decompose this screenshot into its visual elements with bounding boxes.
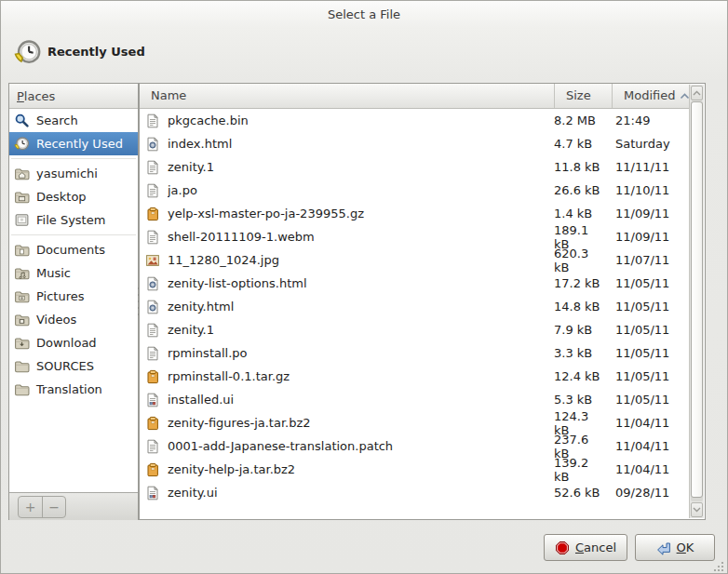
vertical-scrollbar[interactable] (689, 85, 704, 518)
place-item-search[interactable]: Search (9, 109, 138, 132)
file-size: 8.2 MB (546, 113, 604, 127)
places-header-label: Places (17, 89, 55, 103)
file-row[interactable]: 0001-add-Japanese-translation.patch237.6… (140, 434, 691, 458)
file-row[interactable]: zenity-list-options.html17.2 kB11/05/11 (140, 272, 691, 295)
file-name: 11_1280_1024.jpg (168, 253, 546, 267)
add-bookmark-button[interactable]: + (19, 497, 42, 517)
place-item-music[interactable]: Music (9, 261, 138, 285)
desktop-icon (14, 189, 30, 205)
file-modified: 09/28/11 (604, 486, 669, 500)
file-modified: 11/05/11 (604, 300, 669, 314)
file-row[interactable]: zenity.ui52.6 kB09/28/11 (140, 481, 691, 504)
file-modified: Saturday (604, 137, 670, 151)
folder-download-icon (14, 335, 30, 351)
html-file-icon (145, 276, 160, 291)
file-size: 26.6 kB (546, 183, 604, 197)
file-modified: 11/04/11 (604, 439, 669, 453)
cancel-button[interactable]: Cancel (544, 534, 627, 561)
place-item-translation[interactable]: Translation (9, 378, 138, 401)
column-header-modified[interactable]: Modified (612, 84, 691, 108)
location-header: Recently Used (1, 29, 727, 83)
scrollbar-thumb[interactable] (691, 101, 703, 498)
place-item-download[interactable]: Download (9, 331, 138, 354)
place-item-yasumichi[interactable]: yasumichi (9, 162, 138, 185)
ok-button[interactable]: OK (635, 534, 715, 561)
column-header-size[interactable]: Size (554, 84, 612, 108)
column-header-name[interactable]: Name (140, 84, 554, 108)
place-item-videos[interactable]: Videos (9, 308, 138, 331)
place-item-label: yasumichi (36, 167, 98, 180)
file-row[interactable]: zenity.111.8 kB11/11/11 (140, 155, 691, 179)
folder-documents-icon (14, 242, 30, 258)
file-name: zenity.1 (168, 323, 546, 337)
place-item-file-system[interactable]: File System (9, 208, 138, 232)
file-size: 620.3 kB (546, 247, 604, 274)
file-name: zenity.html (168, 300, 546, 314)
text-file-icon (145, 160, 160, 175)
folder-music-icon (14, 265, 30, 281)
folder-icon (14, 358, 30, 374)
archive-file-icon (145, 416, 160, 431)
file-size: 52.6 kB (546, 486, 604, 500)
file-row[interactable]: pkgcache.bin8.2 MB21:49 (140, 109, 691, 132)
place-item-label: Documents (36, 243, 105, 257)
file-chooser-dialog: Select a File Recently Used Places Searc… (0, 0, 728, 574)
file-row[interactable]: rpminstall.po3.3 kB11/05/11 (140, 341, 691, 365)
file-row[interactable]: shell-20111109-1.webm189.1 kB11/09/11 (140, 225, 691, 248)
file-modified: 11/11/11 (604, 160, 669, 174)
file-size: 139.2 kB (546, 456, 604, 484)
text-file-icon (145, 323, 160, 338)
file-row[interactable]: 11_1280_1024.jpg620.3 kB11/07/11 (140, 248, 691, 272)
file-size: 12.4 kB (546, 369, 604, 383)
file-name: installed.ui (168, 393, 546, 407)
text-file-icon (145, 439, 160, 454)
places-separator (9, 232, 138, 238)
place-item-label: Pictures (36, 289, 84, 303)
file-row[interactable]: zenity.17.9 kB11/05/11 (140, 318, 691, 341)
file-name: zenity-figures-ja.tar.bz2 (168, 416, 546, 430)
file-name: ja.po (168, 183, 546, 197)
place-item-label: Desktop (36, 190, 87, 204)
place-item-sources[interactable]: SOURCES (9, 354, 138, 378)
file-name: zenity-list-options.html (168, 276, 546, 290)
file-name: index.html (168, 137, 546, 151)
file-row[interactable]: zenity.html14.8 kB11/05/11 (140, 295, 691, 318)
file-row[interactable]: index.html4.7 kBSaturday (140, 132, 691, 155)
file-modified: 11/10/11 (604, 183, 669, 197)
ok-return-arrow-icon (656, 541, 671, 555)
places-column-header[interactable]: Places (9, 84, 138, 109)
file-row[interactable]: installed.ui5.3 kB11/05/11 (140, 388, 691, 411)
file-modified: 11/05/11 (604, 323, 669, 337)
place-item-desktop[interactable]: Desktop (9, 185, 138, 208)
file-name: rpminstall-0.1.tar.gz (168, 369, 546, 383)
file-row[interactable]: rpminstall-0.1.tar.gz12.4 kB11/05/11 (140, 365, 691, 388)
remove-bookmark-button[interactable]: − (42, 497, 65, 517)
scroll-up-button[interactable] (691, 86, 703, 100)
file-row[interactable]: yelp-xsl-master-po-ja-239955.gz1.4 kB11/… (140, 202, 691, 225)
file-modified: 11/05/11 (604, 393, 669, 407)
resize-grip[interactable] (712, 558, 724, 570)
place-item-pictures[interactable]: Pictures (9, 285, 138, 308)
file-size: 1.4 kB (546, 207, 604, 220)
ui-file-icon (145, 393, 160, 407)
scrollbar-trough[interactable] (691, 101, 703, 501)
place-item-documents[interactable]: Documents (9, 238, 138, 261)
file-row[interactable]: zenity-figures-ja.tar.bz2124.3 kB11/04/1… (140, 411, 691, 434)
file-modified: 11/05/11 (604, 369, 669, 383)
file-name: 0001-add-Japanese-translation.patch (168, 439, 546, 453)
file-list-panel: Name Size Modified pkgcache.bin8.2 MB21:… (139, 83, 706, 520)
search-icon (14, 113, 30, 128)
place-item-label: Search (36, 113, 78, 127)
titlebar[interactable]: Select a File (1, 1, 727, 29)
scroll-down-button[interactable] (691, 502, 703, 517)
file-modified: 11/09/11 (604, 230, 669, 244)
archive-file-icon (145, 462, 160, 477)
bookmark-buttons-group: + − (18, 496, 66, 518)
file-row[interactable]: zenity-help-ja.tar.bz2139.2 kB11/04/11 (140, 458, 691, 481)
file-row[interactable]: ja.po26.6 kB11/10/11 (140, 179, 691, 202)
file-size: 14.8 kB (546, 300, 604, 314)
place-item-recently-used[interactable]: Recently Used (9, 132, 138, 155)
file-list-column-headers: Name Size Modified (140, 84, 691, 109)
place-item-label: SOURCES (36, 359, 94, 373)
place-item-label: Download (36, 336, 97, 350)
